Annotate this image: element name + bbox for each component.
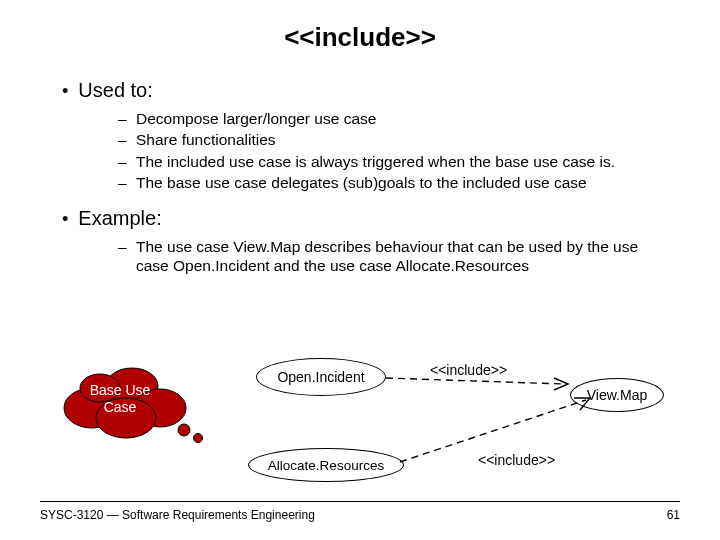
bullet-used-to: • Used to: [40,79,680,103]
usecase-allocate-resources: Allocate.Resources [248,448,404,482]
used-to-sublist: – Decompose larger/longer use case – Sha… [40,109,680,193]
dash-icon: – [118,173,126,192]
uml-diagram: Base Use Case Open.Incident Allocate.Res… [0,350,720,490]
dash-icon: – [118,237,126,276]
dash-icon: – [118,130,126,149]
include-arrow-2 [400,394,600,474]
dash-icon: – [118,152,126,171]
bullet-dot-icon: • [62,79,68,103]
list-item-text: The base use case delegates (sub)goals t… [136,173,587,192]
page-number: 61 [667,508,680,522]
svg-point-6 [194,434,203,443]
usecase-open-incident: Open.Incident [256,358,386,396]
bullet-dot-icon: • [62,207,68,231]
example-sublist: – The use case View.Map describes behavi… [40,237,680,276]
list-item: – The use case View.Map describes behavi… [118,237,662,276]
list-item-text: The included use case is always triggere… [136,152,615,171]
include-arrow-1 [386,372,576,386]
svg-line-7 [386,378,564,384]
list-item: – Decompose larger/longer use case [118,109,680,128]
bullet-text: Example: [78,207,161,231]
cloud-label-line1: Base Use [68,382,172,399]
list-item: – Share functionalities [118,130,680,149]
slide-title: <<include>> [40,22,680,53]
footer-divider [40,501,680,502]
bullet-example: • Example: [40,207,680,231]
list-item-text: Share functionalities [136,130,276,149]
list-item: – The base use case delegates (sub)goals… [118,173,680,192]
footer-course: SYSC-3120 — Software Requirements Engine… [40,508,315,522]
slide-footer: SYSC-3120 — Software Requirements Engine… [40,501,680,522]
list-item: – The included use case is always trigge… [118,152,680,171]
cloud-label-line2: Case [68,399,172,416]
svg-line-8 [400,400,586,462]
list-item-text: Decompose larger/longer use case [136,109,376,128]
bullet-text: Used to: [78,79,152,103]
svg-point-5 [178,424,190,436]
usecase-label: Open.Incident [277,369,364,385]
cloud-label: Base Use Case [68,382,172,416]
dash-icon: – [118,109,126,128]
usecase-label: Allocate.Resources [268,458,384,473]
slide: <<include>> • Used to: – Decompose large… [0,0,720,540]
list-item-text: The use case View.Map describes behaviou… [136,237,662,276]
